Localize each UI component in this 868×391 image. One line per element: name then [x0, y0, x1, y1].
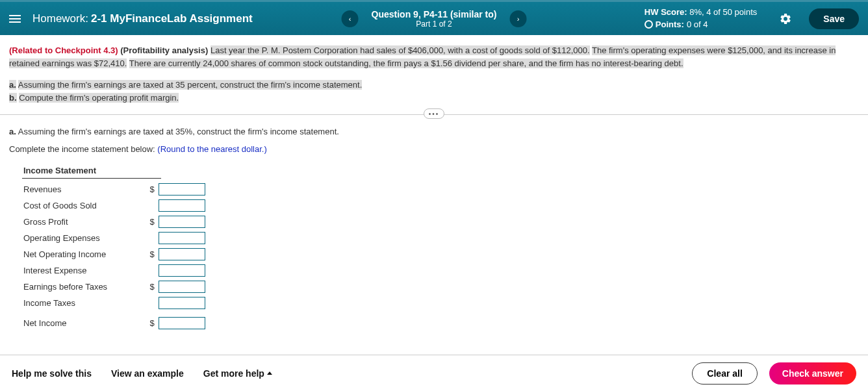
question-part: Part 1 of 2: [372, 19, 497, 29]
row-ebt: Earnings before Taxes$: [22, 279, 859, 295]
points-value: 0 of 4: [687, 19, 708, 31]
task-b-text: Compute the firm's operating profit marg…: [19, 93, 179, 103]
input-gross-profit[interactable]: [159, 216, 205, 228]
rounding-hint: (Round to the nearest dollar.): [157, 144, 266, 154]
input-cogs[interactable]: [159, 199, 205, 212]
income-statement-table: Revenues$ Cost of Goods Sold Gross Profi…: [22, 181, 859, 331]
hw-score-label: HW Score:: [645, 7, 687, 17]
circle-icon: [645, 20, 653, 29]
input-taxes[interactable]: [159, 297, 205, 309]
problem-sentence-1: Last year the P. M. Postem Corporation h…: [211, 45, 590, 55]
task-a-label: a.: [9, 80, 16, 90]
menu-icon[interactable]: [9, 12, 23, 26]
prev-question-button[interactable]: ‹: [342, 10, 359, 27]
homework-title: 2-1 MyFinanceLab Assignment: [91, 12, 253, 25]
question-nav: ‹ Question 9, P4-11 (similar to) Part 1 …: [342, 9, 527, 29]
input-opex[interactable]: [159, 232, 205, 244]
check-answer-button[interactable]: Check answer: [769, 362, 856, 385]
input-noi[interactable]: [159, 248, 205, 260]
part-a-label: a.: [9, 127, 16, 136]
income-statement-title: Income Statement: [22, 163, 161, 179]
problem-sentence-3: There are currently 24,000 shares of com…: [129, 58, 683, 68]
next-question-button[interactable]: ›: [509, 10, 526, 27]
drag-handle-icon[interactable]: •••: [424, 108, 444, 119]
row-gross-profit: Gross Profit$: [22, 214, 859, 230]
get-more-help-link[interactable]: Get more help: [203, 368, 272, 379]
topic-tag: (Profitability analysis): [120, 45, 208, 55]
input-revenues[interactable]: [159, 183, 205, 196]
task-a-text: Assuming the firm's earnings are taxed a…: [18, 80, 363, 90]
complete-instruction: Complete the income statement below:: [9, 144, 155, 154]
score-area: HW Score: 8%, 4 of 50 points Points: 0 o…: [645, 6, 757, 30]
hw-score-value: 8%, 4 of 50 points: [689, 7, 757, 17]
input-interest[interactable]: [159, 264, 205, 277]
row-taxes: Income Taxes: [22, 295, 859, 311]
points-label: Points:: [656, 19, 684, 31]
row-opex: Operating Expenses: [22, 230, 859, 246]
settings-icon[interactable]: [776, 10, 795, 28]
footer-bar: Help me solve this View an example Get m…: [0, 355, 868, 391]
homework-label: Homework:: [32, 12, 88, 25]
row-noi: Net Operating Income$: [22, 246, 859, 262]
task-b-label: b.: [9, 93, 17, 103]
row-cogs: Cost of Goods Sold: [22, 197, 859, 214]
row-revenues: Revenues$: [22, 181, 859, 197]
save-button[interactable]: Save: [809, 8, 859, 29]
work-area: a. Assuming the firm's earnings are taxe…: [0, 115, 868, 341]
problem-text: (Related to Checkpoint 4.3) (Profitabili…: [0, 35, 868, 104]
help-solve-link[interactable]: Help me solve this: [12, 368, 92, 379]
caret-up-icon: [267, 372, 272, 375]
view-example-link[interactable]: View an example: [111, 368, 184, 379]
row-net-income: Net Income$: [22, 315, 859, 331]
clear-all-button[interactable]: Clear all: [692, 362, 757, 385]
top-header: Homework: 2-1 MyFinanceLab Assignment ‹ …: [0, 0, 868, 35]
question-title: Question 9, P4-11 (similar to): [372, 9, 497, 19]
checkpoint-tag: (Related to Checkpoint 4.3): [9, 45, 118, 55]
input-net-income[interactable]: [159, 317, 205, 329]
input-ebt[interactable]: [159, 281, 205, 293]
row-interest: Interest Expense: [22, 262, 859, 279]
part-a-text: Assuming the firm's earnings are taxed a…: [18, 127, 339, 136]
